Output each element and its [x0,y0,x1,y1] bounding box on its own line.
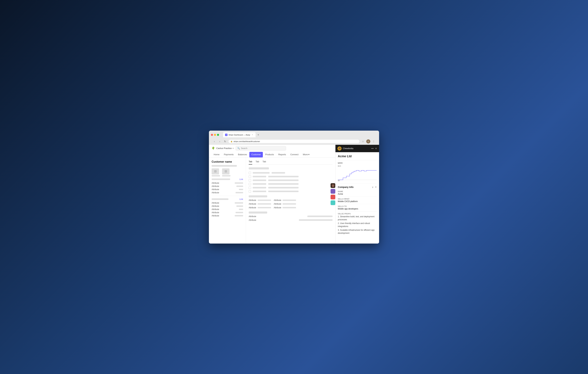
checkbox-4[interactable] [249,183,251,185]
toolbar-red[interactable] [331,195,335,199]
address-bar[interactable]: 🔒 stripe.com/dashboard#customer [229,140,359,143]
tab-close-button[interactable]: × [251,134,253,136]
image-placeholder-2: 🖼 [222,168,230,174]
section-divider-1 [338,160,377,160]
minimize-traffic-light[interactable] [214,134,216,136]
attribute-row-4: Attribute [212,192,243,194]
browser-window: S Stripe Dashboard — Away × + ‹ › ↻ 🔒 st… [209,131,379,244]
skeleton-bar-1 [212,165,237,167]
link-row-2: Link [212,198,243,200]
brand-logo[interactable]: 🌵 Cactus Practice ▾ [212,147,233,150]
bookmark-button[interactable]: ☆ [361,139,365,143]
right-panel: Tab Tab Tab [246,158,335,244]
skeleton-img-label-1 [212,175,220,176]
new-tab-button[interactable]: + [256,133,260,137]
bottom-attr-val-1 [307,215,333,217]
sells-what-label: SELLS WHAT [338,198,377,200]
nav-customer[interactable]: Customer [249,152,263,157]
toolbar-avatar[interactable]: 🐻 [331,183,335,188]
tab-2[interactable]: Tab [256,160,259,164]
search-icon: 🔍 [237,147,240,150]
attr-value-6 [236,205,243,207]
forward-button[interactable]: › [218,139,222,143]
section-header-sk-3 [249,212,267,214]
col-attr-label-3b: Attribute [274,206,281,209]
toolbar-purple[interactable] [331,189,335,194]
cell-5a [253,187,266,188]
image-group-1: 🖼 [212,168,220,176]
row-data-5 [253,187,333,188]
search-bar[interactable]: 🔍 Search [236,146,286,150]
attr-value-3 [239,189,243,190]
bottom-attr-row-2: Attribute [249,219,333,221]
col-attr-val-1b [283,200,296,201]
brand-name: Cactus Practice [216,147,232,150]
cell-1b [272,172,285,174]
mrr-1k-value: $1K [338,165,377,167]
add-button[interactable]: + [375,185,377,189]
active-tab[interactable]: S Stripe Dashboard — Away × [223,132,256,137]
url-text: stripe.com/dashboard#customer [233,140,260,142]
menu-button[interactable]: ⋮ [372,139,376,143]
tab-bar: S Stripe Dashboard — Away × + [223,132,377,137]
tab-3[interactable]: Tab [262,160,266,164]
chewbotta-panel: 🐻 Chewbotta ••• ✕ Acme Ltd MRR [335,158,379,244]
row-data-1 [253,172,333,174]
cell-1a [253,172,270,174]
sells-to-value: Mobile app developers [338,208,377,210]
three-col-attrs-row-3: Attribute Attribute [249,206,333,209]
checkbox-3[interactable] [249,179,251,182]
mrr-section: MRR $1K $0 [338,162,377,182]
checkbox-5[interactable] [249,187,251,189]
checkbox-1[interactable] [249,172,251,174]
attr-value-2 [236,186,243,187]
attr-label-6: Attribute [212,205,219,207]
mrr-chart: $0 [338,168,377,182]
attribute-row-6: Attribute [212,205,243,207]
checkbox-row-5 [249,187,333,189]
company-info-section: Company Info ∨ + NAME Acme SELLS WHAT Mo… [338,185,377,235]
link-2[interactable]: Link [239,198,243,200]
nav-payments[interactable]: Payments [222,152,236,157]
attribute-row-8: Attribute [212,211,243,214]
attr-value-5 [235,202,243,203]
nav-products[interactable]: Products [263,152,276,157]
cell-4a [253,183,266,185]
nav-connect[interactable]: Connect [288,152,300,157]
back-button[interactable]: ‹ [212,139,216,143]
row-data-4 [253,183,333,185]
nav-balances[interactable]: Balances [236,152,249,157]
nav-more[interactable]: More ▾ [301,152,312,157]
maximize-traffic-light[interactable] [217,134,219,136]
col-attr-1b: Attribute [274,199,296,201]
user-avatar-browser[interactable]: U [366,139,370,143]
refresh-button[interactable]: ↻ [223,139,227,143]
col-attr-label-1b: Attribute [274,199,281,201]
cell-3b [268,180,299,181]
checkbox-row-3 [249,179,333,182]
nav-reports[interactable]: Reports [276,152,288,157]
attr-label-7: Attribute [212,208,219,211]
toolbar-teal[interactable] [331,200,335,205]
checkbox-6[interactable] [249,190,251,193]
attr-value-8 [236,212,243,213]
attr-label-8: Attribute [212,211,219,214]
close-traffic-light[interactable] [211,134,213,136]
attr-label-1: Attribute [212,182,219,184]
lock-icon: 🔒 [231,140,232,142]
bottom-attr-label-2: Attribute [249,219,256,221]
tab-title: Stripe Dashboard — Away [229,134,250,136]
checkbox-2[interactable] [249,175,251,178]
link-1[interactable]: Link [239,178,243,181]
nav-more-label: More [303,153,308,156]
cell-2a [253,176,266,177]
images-row: 🖼 🖼 [212,168,243,176]
bottom-attr-val-2 [299,219,333,221]
tab-1[interactable]: Tab [249,160,252,164]
checkbox-row-6 [249,190,333,193]
row-data-3 [253,180,333,181]
nav-home[interactable]: Home [212,152,221,157]
checkbox-row-2 [249,175,333,178]
attribute-row-5: Attribute [212,202,243,204]
collapse-button[interactable]: ∨ [372,186,374,188]
